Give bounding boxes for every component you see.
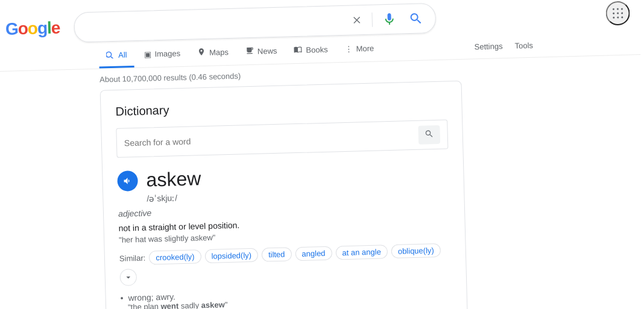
tools-link[interactable]: Tools <box>510 34 538 56</box>
definition-1-text: not in a straight or level position. <box>118 220 239 233</box>
settings-tools: Settings Tools <box>469 34 538 57</box>
similar-tag-5[interactable]: oblique(ly) <box>391 243 441 258</box>
similar-tag-4[interactable]: at an angle <box>335 245 388 260</box>
tab-more-label: More <box>356 44 374 54</box>
dict-search-input[interactable] <box>124 130 414 148</box>
search-button[interactable] <box>406 8 426 28</box>
tab-maps-label: Maps <box>209 48 229 57</box>
books-tab-icon <box>294 45 302 55</box>
similar-tag-0[interactable]: crooked(ly) <box>149 249 201 264</box>
dictionary-card: Dictionary askew /əˈskjuː/ adjective not… <box>100 81 469 309</box>
search-icon <box>409 11 424 27</box>
similar-tag-3[interactable]: angled <box>295 246 332 261</box>
tab-maps[interactable]: Maps <box>190 41 236 66</box>
news-tab-icon <box>245 46 254 57</box>
svg-point-0 <box>613 8 614 10</box>
clear-icon <box>352 14 362 25</box>
apps-grid-icon <box>611 7 624 20</box>
search-divider <box>372 13 373 27</box>
tab-images-label: Images <box>154 49 180 58</box>
dict-search-icon <box>425 129 434 139</box>
google-logo: Google <box>5 18 60 39</box>
dictionary-title: Dictionary <box>115 96 447 119</box>
similar-tag-1[interactable]: lopsided(ly) <box>204 248 258 263</box>
voice-search-button[interactable] <box>380 10 400 30</box>
similar-label: Similar: <box>119 254 146 263</box>
apps-area <box>605 1 630 26</box>
all-tab-icon <box>106 50 115 60</box>
tab-more[interactable]: ⋮ More <box>337 37 382 61</box>
images-tab-icon: ▣ <box>144 49 151 58</box>
results-count-text: About 10,700,000 results (0.46 seconds) <box>99 71 241 84</box>
microphone-icon <box>382 12 397 27</box>
tab-all[interactable]: All <box>99 43 134 69</box>
more-tab-icon: ⋮ <box>344 45 352 54</box>
svg-point-4 <box>617 13 619 14</box>
tab-all-label: All <box>118 50 127 59</box>
chevron-down-icon <box>124 272 133 282</box>
svg-point-8 <box>621 16 623 18</box>
audio-button[interactable] <box>117 170 138 191</box>
tab-news[interactable]: News <box>238 40 285 65</box>
tab-books-label: Books <box>306 45 328 55</box>
dict-search-button[interactable] <box>418 125 440 145</box>
expand-similar-button[interactable] <box>119 269 137 286</box>
svg-point-7 <box>617 17 619 19</box>
speaker-icon <box>122 176 132 186</box>
clear-button[interactable] <box>349 12 365 28</box>
similar-row: Similar: crooked(ly) lopsided(ly) tilted… <box>119 243 452 286</box>
svg-point-2 <box>621 8 623 10</box>
dict-search-bar <box>116 120 448 158</box>
tab-books[interactable]: Books <box>286 38 335 63</box>
word-heading: askew <box>146 167 201 191</box>
meaning-2: • wrong; awry. "the plan went sadly aske… <box>120 284 452 309</box>
tab-images[interactable]: ▣ Images <box>136 43 188 67</box>
svg-point-1 <box>617 8 619 10</box>
search-input[interactable]: askew <box>84 15 343 33</box>
tab-news-label: News <box>257 46 277 56</box>
svg-point-3 <box>613 13 614 14</box>
apps-button[interactable] <box>605 1 630 26</box>
maps-tab-icon <box>197 48 206 58</box>
search-icon-group <box>349 8 426 30</box>
svg-point-5 <box>621 12 623 14</box>
settings-link[interactable]: Settings <box>469 35 508 57</box>
svg-point-6 <box>613 17 614 19</box>
similar-tag-2[interactable]: tilted <box>262 247 292 261</box>
bold-askew: askew <box>201 300 225 309</box>
bold-went: went <box>160 301 178 309</box>
